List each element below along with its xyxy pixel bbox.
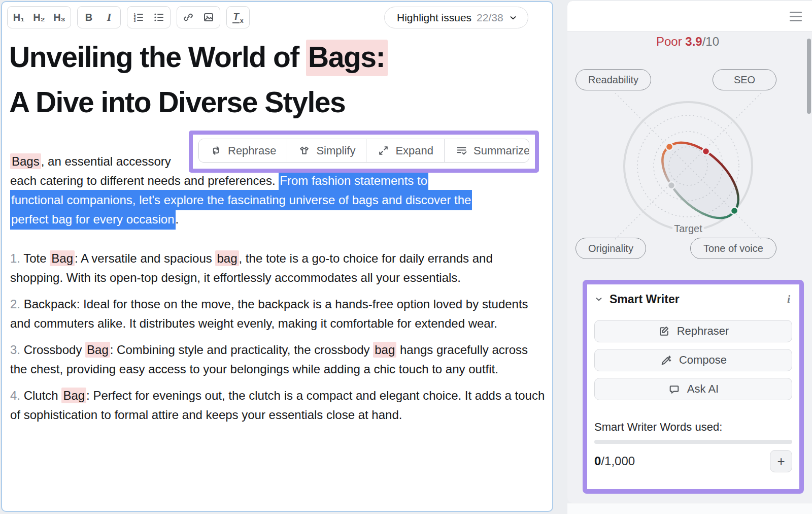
assistant-panel-bottom-edge — [567, 503, 812, 514]
list-item: 3. Crossbody Bag: Combining style and pr… — [10, 340, 546, 379]
title-text-line2: A Dive into Diverse Styles — [9, 80, 388, 125]
clear-formatting-button[interactable]: Tx — [228, 8, 248, 27]
list-item: 2. Backpack: Ideal for those on the move… — [10, 295, 546, 333]
clear-formatting-icon: Tx — [232, 11, 243, 24]
originality-dot — [668, 182, 675, 189]
ordered-list-button[interactable]: 1 2 3 — [128, 8, 149, 27]
expand-button[interactable]: Expand — [366, 139, 444, 162]
bold-button[interactable]: B — [79, 8, 99, 27]
rephrase-label: Rephrase — [228, 144, 276, 157]
text-segment: : A versatile and spacious — [75, 251, 216, 265]
simplify-label: Simplify — [316, 144, 355, 157]
simplify-icon — [298, 144, 311, 157]
text-segment: Tote — [23, 251, 50, 265]
annotation-box-smart-writer: Smart Writer i Rephraser Compose Ask AI … — [583, 280, 804, 494]
annotation-box-selection-toolbar: Rephrase Simplify Expand — [189, 131, 539, 173]
scrollbar-thumb[interactable] — [807, 39, 811, 114]
svg-text:3: 3 — [134, 19, 136, 22]
rephraser-label: Rephraser — [677, 325, 729, 338]
document-title: Unveiling the World of Bags:A Dive into … — [9, 35, 388, 125]
ask-ai-button[interactable]: Ask AI — [594, 378, 792, 400]
rephrase-icon — [210, 144, 222, 157]
compose-button[interactable]: Compose — [594, 349, 792, 371]
text-segment: Backpack: Ideal for those on the move, t… — [10, 297, 528, 330]
issue-highlight[interactable]: Bag — [61, 388, 86, 403]
smart-writer-title: Smart Writer — [610, 293, 781, 306]
info-icon[interactable]: i — [787, 293, 792, 306]
ask-ai-label: Ask AI — [687, 382, 719, 396]
insert-group — [177, 6, 220, 28]
readability-pill[interactable]: Readability — [576, 69, 651, 90]
bullet-list-button[interactable] — [149, 8, 169, 27]
tone-of-voice-dot — [731, 207, 738, 214]
words-used-progressbar — [594, 440, 792, 444]
rephrase-button[interactable]: Rephrase — [199, 139, 287, 162]
issue-highlight[interactable]: Bag — [50, 250, 75, 266]
link-icon — [182, 11, 194, 23]
paragraph-line: functional companions, let's explore the… — [10, 190, 472, 210]
h3-button[interactable]: H₃ — [49, 8, 70, 27]
italic-button[interactable]: I — [99, 8, 119, 27]
rephraser-icon — [658, 325, 670, 338]
text-segment: : Perfect for evenings out, the clutch i… — [10, 389, 545, 422]
issue-highlight[interactable]: Bag — [85, 342, 110, 358]
score-value: 3.9 — [685, 35, 702, 48]
chevron-down-icon — [509, 13, 518, 22]
summarize-icon — [455, 144, 468, 157]
target-label: Target — [674, 223, 702, 234]
h2-button[interactable]: H₂ — [29, 8, 49, 27]
add-words-button[interactable]: + — [770, 450, 792, 472]
menu-icon[interactable] — [790, 12, 802, 21]
score-blob — [662, 143, 738, 218]
assistant-header — [567, 1, 812, 31]
clear-format-group: Tx — [226, 6, 250, 28]
list-item: 4. Clutch Bag: Perfect for evenings out,… — [10, 386, 546, 425]
rephraser-button[interactable]: Rephraser — [594, 320, 792, 342]
selected-text: perfect bag for every occasion — [10, 209, 176, 230]
compose-icon — [660, 354, 672, 367]
summarize-label: Summarize — [473, 144, 529, 157]
list-number: 2. — [10, 297, 24, 311]
paragraph-line: perfect bag for every occasion. — [10, 210, 472, 229]
issue-highlight[interactable]: bag — [215, 250, 239, 266]
ordered-list-icon: 1 2 3 — [132, 11, 145, 23]
words-used-total: /1,000 — [601, 454, 635, 468]
seo-writing-assistant-app: { "editor": { "toolbar": { "headings": [… — [0, 0, 812, 514]
list-item: 1. Tote Bag: A versatile and spacious ba… — [10, 249, 546, 287]
overall-score: Poor 3.9/10 — [567, 35, 808, 49]
image-button[interactable] — [198, 8, 219, 27]
selected-text: From fashion statements to — [279, 171, 428, 191]
score-label: Poor — [656, 35, 682, 48]
text-segment: each catering to different needs and pre… — [10, 174, 279, 187]
list-number: 1. — [10, 251, 23, 265]
issue-highlight[interactable]: bag — [373, 342, 396, 358]
selected-text: functional companions, let's explore the… — [10, 190, 472, 210]
smart-writer-header: Smart Writer i — [594, 291, 792, 308]
words-used-count: 0/1,000 — [594, 454, 635, 468]
expand-label: Expand — [395, 144, 433, 157]
words-used-label: Smart Writer Words used: — [594, 421, 792, 434]
bullet-list-icon — [153, 11, 165, 23]
simplify-button[interactable]: Simplify — [287, 139, 366, 162]
tone-of-voice-pill[interactable]: Tone of voice — [690, 238, 776, 259]
selection-toolbar: Rephrase Simplify Expand — [198, 139, 529, 163]
text-segment: : Combining style and practicality, the … — [110, 343, 373, 357]
link-button[interactable] — [178, 8, 198, 27]
list-number: 4. — [10, 389, 24, 402]
words-used-footer: 0/1,000 + — [594, 450, 792, 472]
originality-pill[interactable]: Originality — [576, 238, 646, 259]
chevron-down-icon[interactable] — [594, 295, 603, 304]
highlight-issues-label: Highlight issues — [397, 12, 471, 24]
editor-panel: H₁ H₂ H₃ B I 1 2 3 — [1, 1, 553, 512]
text-segment: Crossbody — [24, 343, 85, 357]
h1-button[interactable]: H₁ — [9, 8, 29, 27]
summarize-button[interactable]: Summarize — [444, 139, 529, 162]
issue-highlight[interactable]: Bags: — [306, 40, 388, 76]
seo-pill[interactable]: SEO — [713, 69, 776, 90]
text-style-group: B I — [77, 6, 121, 28]
issue-highlight[interactable]: Bags — [10, 153, 41, 169]
heading-buttons-group: H₁ H₂ H₃ — [7, 6, 71, 28]
editor-toolbar: H₁ H₂ H₃ B I 1 2 3 — [7, 6, 250, 28]
highlight-issues-dropdown[interactable]: Highlight issues 22/38 — [384, 7, 528, 28]
text-segment: , an essential accessory — [41, 154, 171, 168]
